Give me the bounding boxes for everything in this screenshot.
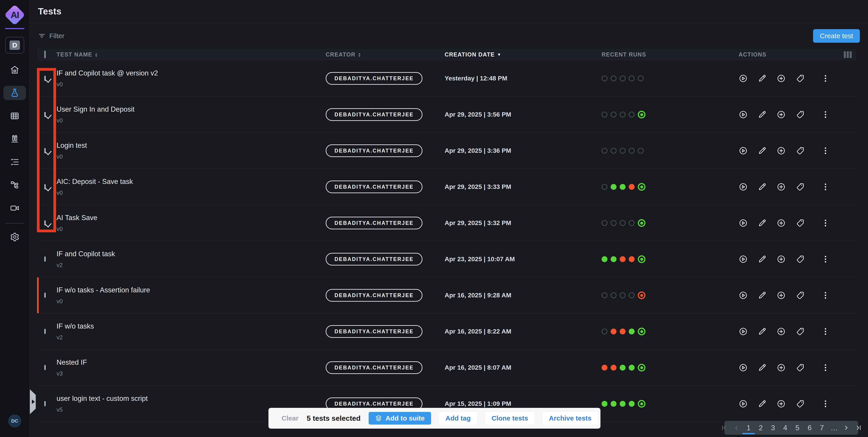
table-row[interactable]: IF and Copilot taskv2DEBADITYA.CHATTERJE… <box>37 241 856 277</box>
clear-selection-button[interactable]: Clear <box>282 414 299 422</box>
archive-tests-button[interactable]: Archive tests <box>542 412 598 425</box>
tag-icon[interactable] <box>796 74 805 83</box>
test-name[interactable]: IF w/o tasks <box>57 322 326 330</box>
play-circle-icon[interactable] <box>739 399 748 408</box>
last-page-button[interactable] <box>854 421 863 435</box>
test-name[interactable]: IF and Copilot task <box>57 250 326 258</box>
edit-pencil-icon[interactable] <box>757 146 767 155</box>
play-circle-icon[interactable] <box>739 74 748 83</box>
select-all-checkbox[interactable] <box>44 51 46 58</box>
page-number-button[interactable]: 5 <box>793 421 802 435</box>
kebab-menu-icon[interactable] <box>821 218 830 228</box>
sidebar-item-test-tubes[interactable] <box>3 132 26 146</box>
edit-pencil-icon[interactable] <box>757 291 767 300</box>
sidebar-item-home[interactable] <box>3 63 26 77</box>
edit-pencil-icon[interactable] <box>757 399 767 408</box>
add-to-suite-button[interactable]: Add to suite <box>369 412 431 425</box>
add-circle-icon[interactable] <box>777 291 786 300</box>
test-name[interactable]: IF w/o tasks - Assertion failure <box>57 286 326 294</box>
test-name[interactable]: Login test <box>57 141 326 149</box>
page-number-button[interactable]: 4 <box>781 421 790 435</box>
sidebar-item-recordings[interactable] <box>3 201 26 215</box>
column-settings-icon[interactable] <box>844 51 852 58</box>
column-header-creator[interactable]: CREATOR ▲▼ <box>326 51 445 58</box>
row-checkbox[interactable] <box>44 76 46 81</box>
add-circle-icon[interactable] <box>777 363 786 372</box>
edit-pencil-icon[interactable] <box>757 363 767 372</box>
play-circle-icon[interactable] <box>739 110 748 119</box>
filter-button[interactable]: Filter <box>38 32 64 40</box>
test-name[interactable]: AIC: Deposit - Save task <box>57 178 326 186</box>
user-avatar[interactable]: DC <box>8 414 21 428</box>
add-circle-icon[interactable] <box>777 255 786 264</box>
add-tag-button[interactable]: Add tag <box>439 412 477 425</box>
app-logo[interactable]: AI <box>4 4 26 26</box>
sidebar-item-settings[interactable] <box>3 230 26 244</box>
table-row[interactable]: IF w/o tasksv2DEBADITYA.CHATTERJEEApr 16… <box>37 314 856 350</box>
sidebar-item-data-grid[interactable] <box>3 109 26 123</box>
kebab-menu-icon[interactable] <box>821 110 830 119</box>
page-number-button[interactable]: 1 <box>744 421 753 435</box>
column-header-creation-date[interactable]: CREATION DATE ▼ <box>445 51 601 58</box>
edit-pencil-icon[interactable] <box>757 182 767 191</box>
table-row[interactable]: Nested IFv3DEBADITYA.CHATTERJEEApr 16, 2… <box>37 350 856 386</box>
row-checkbox[interactable] <box>44 329 46 334</box>
edit-pencil-icon[interactable] <box>757 110 767 119</box>
sidebar-item-workflow-tree[interactable] <box>3 178 26 192</box>
row-checkbox[interactable] <box>44 293 46 298</box>
test-name[interactable]: User Sign In and Deposit <box>57 105 326 113</box>
add-circle-icon[interactable] <box>777 399 786 408</box>
workspace-avatar[interactable]: D <box>5 37 24 54</box>
table-row[interactable]: User Sign In and Depositv0DEBADITYA.CHAT… <box>37 97 856 133</box>
table-row[interactable]: AIC: Deposit - Save taskv0DEBADITYA.CHAT… <box>37 169 856 205</box>
add-circle-icon[interactable] <box>777 146 786 155</box>
kebab-menu-icon[interactable] <box>821 399 830 408</box>
edit-pencil-icon[interactable] <box>757 218 767 228</box>
edit-pencil-icon[interactable] <box>757 74 767 83</box>
next-page-button[interactable] <box>842 421 851 435</box>
play-circle-icon[interactable] <box>739 363 748 372</box>
first-page-button[interactable] <box>720 421 729 435</box>
row-checkbox[interactable] <box>44 220 46 226</box>
table-row[interactable]: Login testv0DEBADITYA.CHATTERJEEApr 29, … <box>37 133 856 169</box>
row-checkbox[interactable] <box>44 148 46 153</box>
row-checkbox[interactable] <box>44 257 46 262</box>
row-checkbox[interactable] <box>44 365 46 370</box>
tag-icon[interactable] <box>796 182 805 191</box>
tag-icon[interactable] <box>796 110 805 119</box>
prev-page-button[interactable] <box>732 421 741 435</box>
kebab-menu-icon[interactable] <box>821 363 830 372</box>
test-name[interactable]: user login text - custom script <box>57 395 326 403</box>
table-row[interactable]: IF and Copilot task @ version v2v0DEBADI… <box>37 61 856 97</box>
play-circle-icon[interactable] <box>739 327 748 336</box>
row-checkbox[interactable] <box>44 184 46 189</box>
test-name[interactable]: IF and Copilot task @ version v2 <box>57 69 326 77</box>
table-row[interactable]: IF w/o tasks - Assertion failurev0DEBADI… <box>37 277 856 314</box>
page-number-button[interactable]: 2 <box>756 421 765 435</box>
tag-icon[interactable] <box>796 399 805 408</box>
add-circle-icon[interactable] <box>777 110 786 119</box>
clone-tests-button[interactable]: Clone tests <box>485 412 534 425</box>
play-circle-icon[interactable] <box>739 255 748 264</box>
play-circle-icon[interactable] <box>739 291 748 300</box>
kebab-menu-icon[interactable] <box>821 255 830 264</box>
add-circle-icon[interactable] <box>777 327 786 336</box>
add-circle-icon[interactable] <box>777 74 786 83</box>
tag-icon[interactable] <box>796 255 805 264</box>
tag-icon[interactable] <box>796 218 805 228</box>
kebab-menu-icon[interactable] <box>821 327 830 336</box>
row-checkbox[interactable] <box>44 112 46 117</box>
create-test-button[interactable]: Create test <box>813 29 860 43</box>
page-number-button[interactable]: 3 <box>769 421 778 435</box>
edit-pencil-icon[interactable] <box>757 255 767 264</box>
play-circle-icon[interactable] <box>739 182 748 191</box>
play-circle-icon[interactable] <box>739 146 748 155</box>
column-header-test-name[interactable]: TEST NAME ▲▼ <box>57 51 326 58</box>
tag-icon[interactable] <box>796 327 805 336</box>
tag-icon[interactable] <box>796 363 805 372</box>
kebab-menu-icon[interactable] <box>821 182 830 191</box>
table-row[interactable]: AI Task Savev0DEBADITYA.CHATTERJEEApr 29… <box>37 205 856 241</box>
page-number-button[interactable]: 6 <box>805 421 814 435</box>
play-circle-icon[interactable] <box>739 218 748 228</box>
tag-icon[interactable] <box>796 146 805 155</box>
